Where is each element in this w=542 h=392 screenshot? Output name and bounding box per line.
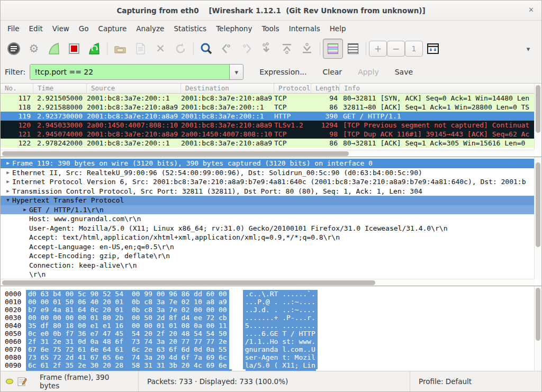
hex-row-0000[interactable]: 0000d0 63 b4 00 5c 90 52 54 00 99 00 96 …: [1, 290, 541, 298]
detail-line-3[interactable]: ▶Transmission Control Protocol, Src Port…: [1, 187, 541, 196]
capture-options-icon[interactable]: ⚙: [24, 39, 44, 59]
menu-telephony[interactable]: Telephony: [211, 22, 257, 35]
detail-line-5[interactable]: ▶GET / HTTP/1.1\r\n: [1, 205, 541, 215]
detail-line-0[interactable]: ▶Frame 119: 390 bytes on wire (3120 bits…: [1, 159, 541, 168]
capture-comment-icon[interactable]: [17, 377, 27, 386]
go-back-icon[interactable]: [216, 39, 237, 59]
filter-dropdown-icon[interactable]: ▾: [229, 65, 243, 79]
hex-ascii[interactable]: ser-Agen t: Mozil: [243, 353, 318, 361]
hex-ascii[interactable]: 5....... ........: [243, 322, 318, 330]
capture-stop-icon[interactable]: [64, 39, 84, 59]
capture-interfaces-icon[interactable]: [4, 39, 24, 59]
hex-bytes[interactable]: 00 00 01 50 06 40 20 01 0b c8 3a 7e 02 1…: [26, 298, 229, 306]
column-header-length[interactable]: Length: [311, 84, 340, 93]
column-header-protocol[interactable]: Protocol: [274, 84, 311, 93]
detail-line-1[interactable]: ▶Ethernet II, Src: RealtekU_99:00:96 (52…: [1, 168, 541, 178]
resize-columns-icon[interactable]: [423, 39, 443, 59]
filter-input[interactable]: [30, 65, 229, 79]
column-header-destination[interactable]: Destination: [181, 84, 274, 93]
close-window-icon[interactable]: ✕: [528, 6, 534, 14]
hex-ascii[interactable]: ...P.@ . ..:~....: [243, 298, 318, 306]
detail-line-8[interactable]: Accept: text/html,application/xhtml+xml,…: [1, 233, 541, 242]
hex-row-0050[interactable]: 00500c e0 0b f7 36 e7 47 45 54 20 2f 20 …: [1, 330, 541, 338]
status-profile[interactable]: Profile: Default: [410, 377, 541, 386]
hex-bytes[interactable]: 67 6e 75 72 61 6e 64 61 6c 2e 63 6f 6d 0…: [26, 345, 229, 353]
packet-list-vscrollbar[interactable]: [534, 84, 541, 150]
expression-button[interactable]: Expression...: [259, 68, 306, 76]
find-packet-icon[interactable]: [196, 39, 216, 59]
column-header-no[interactable]: No.: [1, 84, 33, 93]
column-header-time[interactable]: Time: [33, 84, 87, 93]
hex-ascii[interactable]: la/5.0 ( X11; Lin: [243, 361, 318, 369]
auto-scroll-icon[interactable]: [343, 39, 363, 59]
hex-bytes[interactable]: 73 65 72 2d 41 67 65 6e 74 3a 20 4d 6f 7…: [26, 353, 229, 361]
hex-row-0040[interactable]: 004035 df 80 18 00 e1 e1 16 00 00 01 01 …: [1, 322, 541, 330]
menu-edit[interactable]: Edit: [24, 22, 48, 35]
column-header-source[interactable]: Source: [87, 84, 181, 93]
packet-row-122[interactable]: 1222.9782420002001:bc8:3a7e:200::12001:b…: [1, 139, 541, 148]
hex-bytes[interactable]: 00 00 00 00 00 01 80 2b 00 50 2d 8f d4 e…: [26, 314, 229, 322]
hex-vscrollbar[interactable]: [534, 286, 541, 372]
detail-line-6[interactable]: Host: www.gnurandal.com\r\n: [1, 214, 541, 224]
hex-row-0060[interactable]: 00602f 31 2e 31 0d 0a 48 6f 73 74 3a 20 …: [1, 338, 541, 345]
packet-list-hscrollbar[interactable]: [1, 150, 534, 157]
expander-collapsed-icon[interactable]: ▶: [4, 168, 12, 178]
hex-bytes[interactable]: 0c e0 0b f7 36 e7 47 45 54 20 2f 20 48 5…: [26, 330, 229, 338]
go-bottom-icon[interactable]: [297, 39, 317, 59]
expander-collapsed-icon[interactable]: ▶: [4, 159, 12, 168]
menu-tools[interactable]: Tools: [257, 22, 284, 35]
hex-ascii[interactable]: ..J.d. . ..:~....: [243, 306, 318, 314]
go-forward-icon[interactable]: [237, 39, 257, 59]
hex-row-0070[interactable]: 007067 6e 75 72 61 6e 64 61 6c 2e 63 6f …: [1, 345, 541, 353]
hex-row-0090[interactable]: 00906c 61 2f 35 2e 30 20 28 58 31 31 3b …: [1, 361, 541, 369]
hex-ascii[interactable]: ....6.GE T / HTTP: [243, 330, 318, 338]
hex-ascii[interactable]: .......+ .P-...r.: [243, 314, 318, 322]
packet-row-120[interactable]: 1202.9450330002a00:1450:4007:808::102001…: [1, 121, 541, 130]
save-file-icon[interactable]: [130, 39, 150, 59]
detail-line-12[interactable]: \r\n: [1, 270, 541, 279]
menu-view[interactable]: View: [48, 22, 74, 35]
hex-ascii[interactable]: /1.1..Ho st: www.: [243, 338, 318, 345]
menu-file[interactable]: File: [3, 22, 24, 35]
hex-ascii[interactable]: gnuranda l.com..U: [243, 345, 318, 353]
menu-capture[interactable]: Capture: [94, 22, 132, 35]
go-to-packet-icon[interactable]: [257, 39, 277, 59]
details-hscrollbar[interactable]: [1, 279, 534, 286]
expander-collapsed-icon[interactable]: ▶: [21, 205, 29, 215]
hex-ascii[interactable]: .c..\.RT ......`.: [243, 290, 318, 298]
menu-statistics[interactable]: Statistics: [169, 22, 211, 35]
open-file-icon[interactable]: [110, 39, 130, 59]
column-header-info[interactable]: Info: [340, 84, 541, 93]
zoom-normal-icon[interactable]: 1: [405, 41, 423, 57]
menu-help[interactable]: Help: [325, 22, 351, 35]
hex-row-0080[interactable]: 008073 65 72 2d 41 67 65 6e 74 3a 20 4d …: [1, 353, 541, 361]
hex-bytes[interactable]: 6c 61 2f 35 2e 30 20 28 58 31 31 3b 20 4…: [26, 361, 229, 369]
packet-row-121[interactable]: 1212.9450740002001:bc8:3a7e:210:a8a92a00…: [1, 130, 541, 139]
apply-button[interactable]: Apply: [358, 68, 379, 76]
detail-line-11[interactable]: Connection: keep-alive\r\n: [1, 261, 541, 270]
details-vscrollbar[interactable]: [534, 157, 541, 279]
hex-bytes[interactable]: 35 df 80 18 00 e1 e1 16 00 00 01 01 08 0…: [26, 322, 229, 330]
capture-restart-icon[interactable]: [84, 39, 104, 59]
hex-row-0030[interactable]: 003000 00 00 00 00 01 80 2b 00 50 2d 8f …: [1, 314, 541, 322]
detail-line-4[interactable]: ▼Hypertext Transfer Protocol: [1, 196, 541, 205]
detail-line-7[interactable]: User-Agent: Mozilla/5.0 (X11; Linux x86_…: [1, 224, 541, 233]
detail-line-2[interactable]: ▶Internet Protocol Version 6, Src: 2001:…: [1, 177, 541, 187]
zoom-in-icon[interactable]: +: [369, 41, 387, 57]
expert-info-icon[interactable]: [6, 379, 13, 384]
hex-bytes[interactable]: b7 e9 4a 81 64 0c 20 01 0b c8 3a 7e 02 0…: [26, 306, 229, 314]
packet-row-118[interactable]: 1182.9215880002001:bc8:3a7e:210:a8a92001…: [1, 103, 541, 112]
hex-bytes[interactable]: 2f 31 2e 31 0d 0a 48 6f 73 74 3a 20 77 7…: [26, 338, 229, 345]
hex-bytes[interactable]: d0 63 b4 00 5c 90 52 54 00 99 00 96 86 d…: [26, 290, 229, 298]
zoom-out-icon[interactable]: −: [387, 41, 405, 57]
expander-expanded-icon[interactable]: ▼: [4, 196, 12, 205]
expander-collapsed-icon[interactable]: ▶: [4, 177, 12, 187]
close-file-icon[interactable]: ✕: [150, 39, 170, 59]
hex-row-0010[interactable]: 001000 00 01 50 06 40 20 01 0b c8 3a 7e …: [1, 298, 541, 306]
hex-row-0020[interactable]: 0020b7 e9 4a 81 64 0c 20 01 0b c8 3a 7e …: [1, 306, 541, 314]
go-top-icon[interactable]: [277, 39, 297, 59]
expander-collapsed-icon[interactable]: ▶: [4, 187, 12, 196]
packet-row-119[interactable]: 1192.9237300002001:bc8:3a7e:210:a8a92001…: [1, 112, 541, 121]
menu-go[interactable]: Go: [74, 22, 94, 35]
packet-row-117[interactable]: 1172.9215050002001:bc8:3a7e:200::12001:b…: [1, 94, 541, 103]
